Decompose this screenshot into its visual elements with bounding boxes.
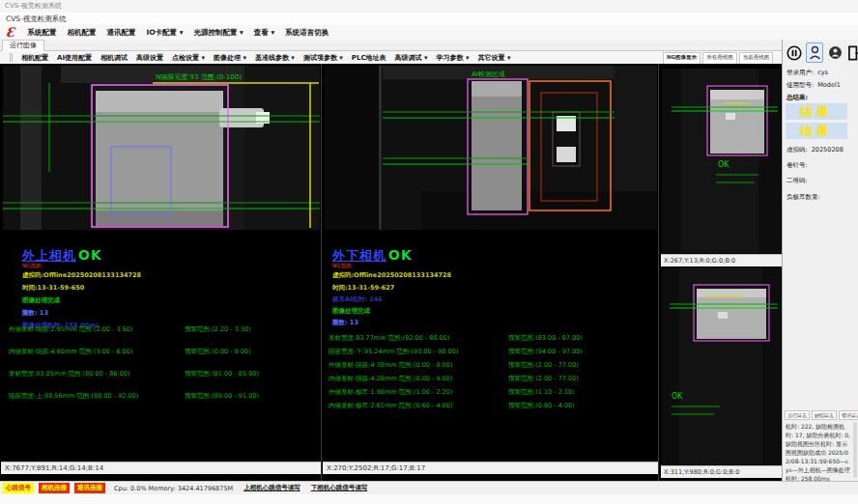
measure-row: 内侧基材-极耳:2.61mm 范围:(0.60 - 4.00) <box>329 402 452 410</box>
measure-row: 基材宽度:83.77mm 范围:(82.00 - 88.00) <box>329 334 449 343</box>
measure-row: 隔膜宽度-上:90.56mm 范围:(88.00 - 92.00) <box>9 392 138 401</box>
app-logo-icon: Ɛ <box>6 25 14 40</box>
cpu-memory-text: Cpu: 0.0% Memory: 3424.41796875M <box>114 485 233 492</box>
tab-row: 运行图像 <box>0 40 858 51</box>
user-icon <box>809 45 821 61</box>
tool-learning-params[interactable]: 学习参数 ▾ <box>437 53 470 63</box>
warn-range: 预警范围:(0.00 - 8.00) <box>185 348 251 356</box>
window-titlebar: CVS-视觉检测系统 <box>0 0 858 13</box>
exit-button[interactable] <box>846 42 858 63</box>
virtual-code-value: 20250208 <box>812 146 844 154</box>
right-sidebar: 登录用户:cys 使用型号:Model1 总结果: 结果 结果 虚拟码:2025… <box>782 40 858 481</box>
menu-light-control[interactable]: 光源控制配置 ▾ <box>193 28 243 38</box>
warn-range: 预警范围:(1.10 - 2.10) <box>508 388 575 397</box>
total-result-label: 总结果: <box>786 94 808 102</box>
tool-ai-usage-config[interactable]: AI使用配置 <box>57 53 92 63</box>
log-tab-error[interactable]: 错误日志 <box>839 410 858 420</box>
menu-camera-config[interactable]: 相机配置 <box>67 28 96 38</box>
app-title: CVS-视觉检测系统 <box>6 14 67 23</box>
measure-row: 基材宽度:83.05mm 范围:(80.00 - 86.00) <box>9 370 129 378</box>
tool-camera-config[interactable]: 相机配置 <box>21 53 48 63</box>
lower-camera-heartbeat-link[interactable]: 下相机心跳信号读写 <box>311 484 368 492</box>
window-title: CVS-视觉检测系统 <box>5 2 62 10</box>
menu-comm-config[interactable]: 通讯配置 <box>106 28 135 38</box>
comm-connect-badge: 通讯连接 <box>74 483 105 493</box>
tool-other-settings[interactable]: 其它设置 ▾ <box>477 53 510 63</box>
preview-tabs: NG图像显示 所有画线图 当前画线图 <box>663 52 781 64</box>
result-badge-1: 结果 <box>786 103 847 120</box>
virtual-code-upper: 虚拟码:Offline20250208133134728 <box>22 271 141 280</box>
person-circle-icon <box>828 45 843 60</box>
measure-row: 内侧基材-隔膜:4.60mm 范围:(3.00 - 6.00) <box>9 348 132 356</box>
warn-range: 预警范围:(94.00 - 97.00) <box>508 348 583 356</box>
warn-range: 预警范围:(81.00 - 85.00) <box>185 370 259 378</box>
preview-ok-label: OK <box>672 392 683 401</box>
overlay-ai-label: AI检测区域 <box>472 70 505 78</box>
process-done-upper: 图像处理完成 <box>22 296 60 305</box>
menu-system-config[interactable]: 系统配置 <box>27 28 56 38</box>
log-scrollbar[interactable] <box>853 422 857 478</box>
tool-advanced-settings[interactable]: 高级设置 <box>136 53 163 63</box>
camera-view-lower: AI检测区域 外下相机OK NG原因: 虚拟码:Offline202502081… <box>323 64 659 481</box>
pause-icon <box>786 43 802 63</box>
tool-spot-check[interactable]: 点检设置 ▾ <box>172 53 205 63</box>
menu-view[interactable]: 查看 ▾ <box>254 28 274 38</box>
preview-ok-label: OK <box>718 160 729 169</box>
model-value: Model1 <box>817 81 841 89</box>
account-button[interactable] <box>826 42 844 63</box>
camera-image-upper[interactable]: N隔膜宽度:93 范围:(0-100) <box>3 66 320 230</box>
result-ok-lower: OK <box>388 247 413 263</box>
status-bar: 心跳信号 相机连接 通讯连接 Cpu: 0.0% Memory: 3424.41… <box>0 481 858 494</box>
log-text: 机时: 222, 缺陷检测机时: 17, 缺陷分类机时: 0, 缺陷视图分区机时… <box>786 422 851 483</box>
menu-language-switch[interactable]: 系统语言切换 <box>285 28 329 38</box>
measure-row: 外侧基材-极耳:1.90mm 范围:(1.00 - 2.20) <box>329 388 452 397</box>
ng-reason-lower: NG原因: <box>332 263 353 269</box>
log-tab-defect[interactable]: 缺陷日志 <box>812 410 837 420</box>
qr-code-field: 二维码: <box>786 177 808 185</box>
warn-range: 预警范围:(2.00 - 77.00) <box>508 375 579 383</box>
pixel-status-preview-2: X:311;Y:980;R:0;G:0;B:0 <box>661 465 782 478</box>
log-tab-run[interactable]: 运行日志 <box>785 410 810 420</box>
measure-row: 外侧基材-隔膜:2.91mm 范围:(2.00 - 3.50) <box>9 325 132 334</box>
warn-range: 预警范围:(2.20 - 3.30) <box>185 325 251 334</box>
camera-connect-badge: 相机连接 <box>39 483 70 493</box>
turn-count-upper: 圈数: 13 <box>22 309 48 318</box>
login-user-button[interactable] <box>806 42 823 63</box>
ai-time-lower: 极耳AI机时: 146 <box>332 295 383 304</box>
preview-image-1[interactable]: OK <box>662 69 781 253</box>
tab-ng-image[interactable]: NG图像显示 <box>663 52 701 64</box>
tool-camera-debug[interactable]: 相机调试 <box>100 53 128 63</box>
preview-column: OK X:267;Y:13;R:0;G:0;B:0 OK X:311;Y:980… <box>661 64 782 481</box>
measure-row: 内侧基材-隔膜:4.28mm 范围:(0.00 - 9.00) <box>329 375 452 383</box>
pin-number-field: 卷针号: <box>786 161 808 170</box>
sidebar-buttons <box>786 42 858 63</box>
tool-image-processing[interactable]: 图像处理 ▾ <box>214 53 246 63</box>
login-user-value: cys <box>817 69 828 76</box>
tab-run-image[interactable]: 运行图像 <box>2 40 44 51</box>
virtual-code-field: 虚拟码:20250208 <box>786 146 844 154</box>
tool-plc-address[interactable]: PLC地址表 <box>352 53 386 63</box>
toolbar-grip-icon <box>10 53 11 62</box>
camera-image-lower[interactable]: AI检测区域 <box>325 66 657 230</box>
preview-image-2[interactable]: OK <box>662 267 781 464</box>
tab-all-drawn[interactable]: 所有画线图 <box>702 52 737 64</box>
login-user-field: 登录用户:cys <box>786 69 828 77</box>
tab-current-drawn[interactable]: 当前画线图 <box>739 52 774 64</box>
pause-button[interactable] <box>786 42 803 63</box>
ng-reason-upper: NG原因: <box>22 263 43 269</box>
camera-view-upper: N隔膜宽度:93 范围:(0-100) 外上相机OK NG原因: 虚拟码:Off… <box>1 64 322 481</box>
turn-count-lower: 圈数: 13 <box>332 319 358 327</box>
process-done-lower: 图像处理完成 <box>332 307 370 316</box>
tool-baseline-params[interactable]: 基准线参数 ▾ <box>255 53 295 63</box>
heartbeat-badge: 心跳信号 <box>3 483 34 493</box>
result-ok-upper: OK <box>78 247 102 263</box>
warn-range: 预警范围:(83.00 - 87.00) <box>508 334 583 343</box>
tool-advanced-debug[interactable]: 高级调试 ▾ <box>395 53 428 63</box>
menu-io-card-config[interactable]: IO卡配置 ▾ <box>146 28 183 38</box>
model-field[interactable]: 使用型号:Model1 <box>786 81 841 90</box>
warn-range: 预警范围:(89.00 - 91.00) <box>185 392 259 401</box>
time-lower: 时间:13-31-59-627 <box>332 284 394 293</box>
exit-door-icon <box>847 45 858 61</box>
upper-camera-heartbeat-link[interactable]: 上相机心跳信号读写 <box>243 484 300 492</box>
tool-test-params[interactable]: 测试项参数 ▾ <box>303 53 343 63</box>
